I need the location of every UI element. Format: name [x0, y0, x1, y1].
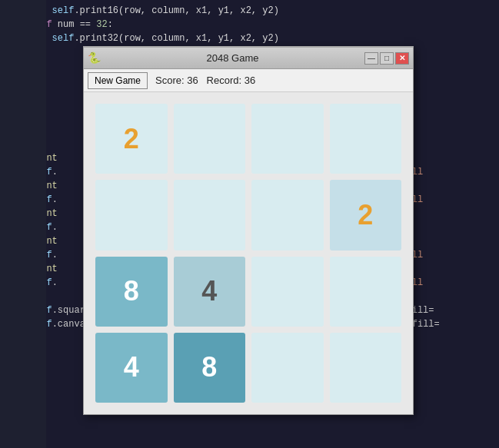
tile-2: [251, 104, 324, 174]
tile-12: 4: [95, 333, 168, 403]
score-value: 36: [187, 75, 198, 86]
minimize-button[interactable]: —: [364, 52, 378, 65]
game-board: 228448: [84, 92, 413, 414]
tile-5: [174, 180, 246, 250]
tile-14: [251, 333, 324, 403]
toolbar: New Game Score: 36 Record: 36: [84, 69, 413, 92]
record-value: 36: [245, 75, 255, 86]
window-icon: 🐍: [88, 51, 101, 65]
window-controls: — □ ✕: [364, 52, 409, 65]
tile-15: [330, 333, 402, 403]
maximize-button[interactable]: □: [380, 52, 394, 65]
score-label: Score:: [155, 75, 185, 86]
record-label: Record:: [207, 75, 242, 86]
tile-10: [251, 257, 324, 327]
game-window: 🐍 2048 Game — □ ✕ New Game Score: 36 Rec…: [83, 46, 414, 415]
tile-11: [330, 257, 402, 327]
window-title: 2048 Game: [101, 52, 364, 64]
tile-3: [330, 104, 402, 174]
tile-7: 2: [330, 180, 402, 250]
tile-13: 8: [174, 333, 246, 403]
tile-0: 2: [95, 104, 168, 174]
close-button[interactable]: ✕: [395, 52, 409, 65]
tile-1: [174, 104, 246, 174]
tile-8: 8: [95, 257, 168, 327]
new-game-button[interactable]: New Game: [88, 72, 148, 89]
title-bar: 🐍 2048 Game — □ ✕: [84, 48, 413, 69]
tile-9: 4: [174, 257, 246, 327]
score-display: Score: 36 Record: 36: [155, 75, 255, 86]
tile-6: [251, 180, 324, 250]
tile-4: [95, 180, 168, 250]
